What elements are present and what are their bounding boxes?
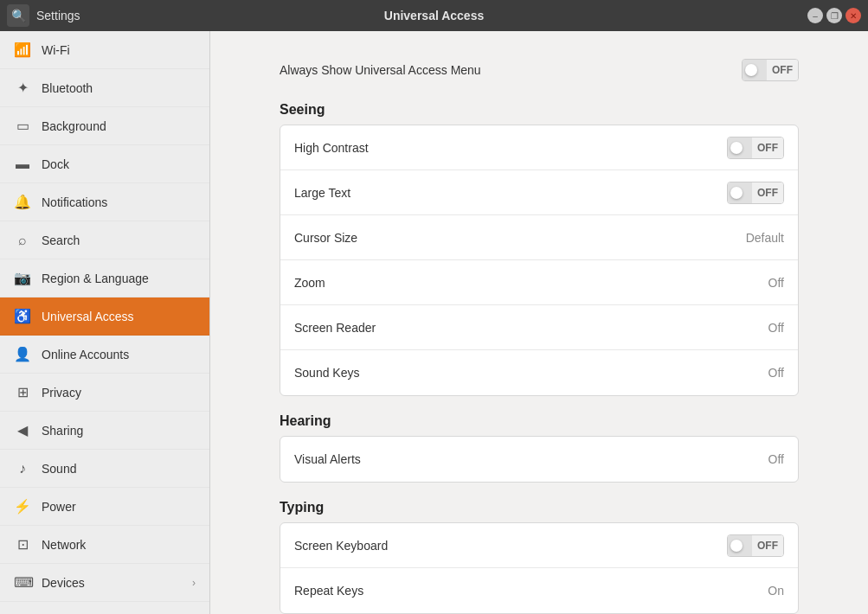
toggle-switch[interactable]: OFF xyxy=(727,534,784,557)
notifications-icon: 🔔 xyxy=(14,194,31,210)
toggle-off-label: OFF xyxy=(767,60,798,80)
toggle-track xyxy=(728,138,752,158)
network-icon: ⊡ xyxy=(14,536,31,553)
row-value: Off xyxy=(768,321,784,335)
row-value: Off xyxy=(768,366,784,380)
row-label: Zoom xyxy=(294,276,325,290)
content-area: Always Show Universal Access Menu OFF Se… xyxy=(210,31,868,614)
toggle-knob xyxy=(730,540,743,552)
toggle-knob xyxy=(730,187,743,199)
sidebar-label-wifi: Wi-Fi xyxy=(42,43,196,57)
settings-row[interactable]: High ContrastOFF xyxy=(280,125,798,170)
search-icon: 🔍 xyxy=(11,9,26,22)
toggle-switch[interactable]: OFF xyxy=(727,137,784,159)
settings-row[interactable]: Sound KeysOff xyxy=(280,350,798,395)
hearing-card: Visual AlertsOff xyxy=(280,436,799,483)
sidebar-item-details[interactable]: ℹDetails› xyxy=(0,602,209,614)
row-label: Visual Alerts xyxy=(294,452,361,466)
sidebar-item-wifi[interactable]: 📶Wi-Fi xyxy=(0,31,209,69)
settings-row[interactable]: Screen KeyboardOFF xyxy=(280,523,798,568)
titlebar-left: 🔍 Settings xyxy=(7,4,80,27)
settings-row[interactable]: ZoomOff xyxy=(280,260,798,305)
settings-row[interactable]: Visual AlertsOff xyxy=(280,437,798,482)
sidebar-item-notifications[interactable]: 🔔Notifications xyxy=(0,183,209,221)
sidebar-item-dock[interactable]: ▬Dock xyxy=(0,145,209,183)
titlebar-app-title: Settings xyxy=(36,9,80,22)
seeing-card: High ContrastOFFLarge TextOFFCursor Size… xyxy=(280,125,799,396)
row-label: Cursor Size xyxy=(294,231,357,245)
sidebar-item-sharing[interactable]: ◀Sharing xyxy=(0,412,209,450)
row-value: Off xyxy=(768,452,784,466)
sidebar-label-sharing: Sharing xyxy=(42,424,196,438)
titlebar: 🔍 Settings Universal Access – ❐ ✕ xyxy=(0,0,868,31)
sidebar-item-bluetooth[interactable]: ✦Bluetooth xyxy=(0,69,209,107)
sidebar-label-devices: Devices xyxy=(42,576,182,590)
sidebar-label-background: Background xyxy=(42,119,196,133)
sidebar-item-sound[interactable]: ♪Sound xyxy=(0,450,209,488)
titlebar-window-title: Universal Access xyxy=(384,9,484,22)
settings-row[interactable]: Repeat KeysOn xyxy=(280,568,798,613)
sidebar-item-background[interactable]: ▭Background xyxy=(0,107,209,145)
typing-card: Screen KeyboardOFFRepeat KeysOn xyxy=(280,522,799,614)
sidebar-label-network: Network xyxy=(42,538,196,552)
sidebar: 📶Wi-Fi✦Bluetooth▭Background▬Dock🔔Notific… xyxy=(0,31,210,614)
toggle-track xyxy=(728,182,752,203)
region-language-icon: 📷 xyxy=(14,270,31,286)
settings-row[interactable]: Large TextOFF xyxy=(280,170,798,215)
sidebar-label-bluetooth: Bluetooth xyxy=(42,81,196,95)
settings-row[interactable]: Cursor SizeDefault xyxy=(280,215,798,260)
sidebar-label-sound: Sound xyxy=(42,462,196,476)
row-label: Sound Keys xyxy=(294,366,360,380)
search-icon: ⌕ xyxy=(14,233,31,248)
toggle-state-label: OFF xyxy=(752,138,783,158)
toggle-switch[interactable]: OFF xyxy=(727,182,784,204)
sidebar-item-network[interactable]: ⊡Network xyxy=(0,526,209,564)
typing-heading: Typing xyxy=(280,500,799,515)
sidebar-label-universal-access: Universal Access xyxy=(42,310,196,323)
row-label: Screen Keyboard xyxy=(294,539,388,553)
sidebar-label-online-accounts: Online Accounts xyxy=(42,348,196,361)
universal-access-icon: ♿ xyxy=(14,308,31,324)
row-label: High Contrast xyxy=(294,141,369,155)
sidebar-item-search[interactable]: ⌕Search xyxy=(0,221,209,259)
toggle-knob xyxy=(745,64,757,76)
row-label: Repeat Keys xyxy=(294,584,363,598)
background-icon: ▭ xyxy=(14,118,31,134)
dock-icon: ▬ xyxy=(14,157,31,172)
chevron-right-icon: › xyxy=(192,577,196,589)
always-show-label: Always Show Universal Access Menu xyxy=(280,63,481,77)
sharing-icon: ◀ xyxy=(14,422,31,438)
power-icon: ⚡ xyxy=(14,498,31,515)
wifi-icon: 📶 xyxy=(14,42,31,58)
sound-icon: ♪ xyxy=(14,461,31,476)
row-label: Screen Reader xyxy=(294,321,376,335)
sidebar-item-devices[interactable]: ⌨Devices› xyxy=(0,564,209,602)
sidebar-label-search: Search xyxy=(42,233,196,247)
hearing-heading: Hearing xyxy=(280,413,799,429)
row-value: On xyxy=(768,584,784,598)
settings-row[interactable]: Screen ReaderOff xyxy=(280,305,798,350)
minimize-button[interactable]: – xyxy=(807,8,823,23)
maximize-button[interactable]: ❐ xyxy=(826,8,842,23)
privacy-icon: ⊞ xyxy=(14,384,31,400)
sidebar-label-notifications: Notifications xyxy=(42,195,196,209)
sidebar-item-universal-access[interactable]: ♿Universal Access xyxy=(0,297,209,336)
titlebar-search-button[interactable]: 🔍 xyxy=(7,4,29,27)
always-show-toggle[interactable]: OFF xyxy=(742,59,799,81)
sidebar-item-privacy[interactable]: ⊞Privacy xyxy=(0,374,209,412)
seeing-heading: Seeing xyxy=(280,102,799,118)
sidebar-item-online-accounts[interactable]: 👤Online Accounts xyxy=(0,336,209,374)
main-container: 📶Wi-Fi✦Bluetooth▭Background▬Dock🔔Notific… xyxy=(0,31,868,614)
sidebar-label-dock: Dock xyxy=(42,157,196,171)
sidebar-item-region-language[interactable]: 📷Region & Language xyxy=(0,259,209,297)
devices-icon: ⌨ xyxy=(14,574,31,591)
online-accounts-icon: 👤 xyxy=(14,346,31,362)
bluetooth-icon: ✦ xyxy=(14,80,31,96)
toggle-track xyxy=(743,60,767,80)
row-label: Large Text xyxy=(294,186,350,200)
row-value: Default xyxy=(746,231,784,245)
toggle-state-label: OFF xyxy=(752,182,783,203)
close-button[interactable]: ✕ xyxy=(845,8,861,23)
sidebar-label-privacy: Privacy xyxy=(42,386,196,400)
sidebar-item-power[interactable]: ⚡Power xyxy=(0,488,209,526)
